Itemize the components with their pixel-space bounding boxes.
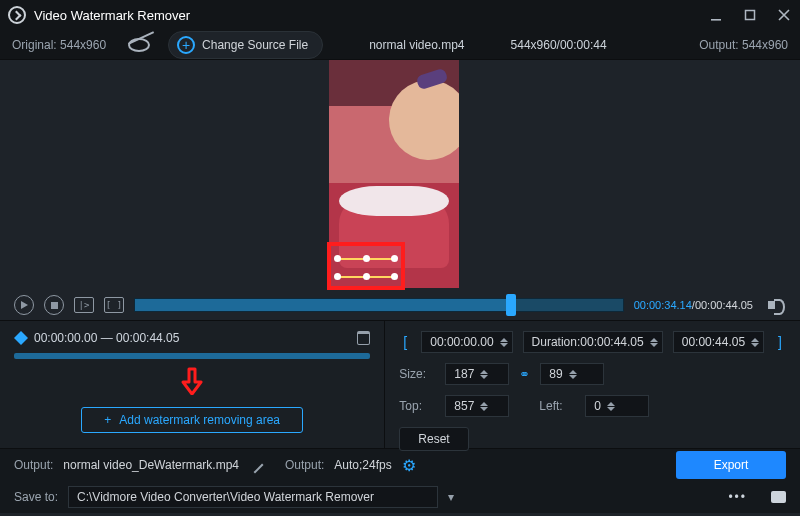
- watermark-clip-row[interactable]: 00:00:00.00 — 00:00:44.05: [14, 331, 370, 345]
- output-resolution: Output: 544x960: [699, 38, 788, 52]
- app-logo-icon: [8, 6, 26, 24]
- step-forward-button[interactable]: |>: [74, 297, 94, 313]
- duration-end-field[interactable]: 00:00:44.05: [673, 331, 764, 353]
- clip-bar[interactable]: [14, 353, 370, 359]
- output-format-value: Auto;24fps: [334, 458, 391, 472]
- source-resolution-time: 544x960/00:00:44: [511, 38, 607, 52]
- duration-field[interactable]: Duration:00:00:44.05: [523, 331, 663, 353]
- crop-button[interactable]: [ ]: [104, 297, 124, 313]
- left-label: Left:: [539, 399, 575, 413]
- close-button[interactable]: [776, 7, 792, 23]
- add-watermark-label: Add watermark removing area: [119, 413, 280, 427]
- svg-rect-2: [51, 302, 58, 309]
- watermark-icon: [14, 331, 28, 345]
- change-source-button[interactable]: + Change Source File: [168, 31, 323, 59]
- timeline-track[interactable]: [134, 298, 624, 312]
- delete-clip-button[interactable]: [357, 331, 370, 345]
- more-options-button[interactable]: •••: [728, 490, 747, 504]
- size-label: Size:: [399, 367, 435, 381]
- minimize-button[interactable]: [708, 7, 724, 23]
- save-path-dropdown-icon[interactable]: ▾: [448, 490, 454, 504]
- guide-arrow-icon: [179, 367, 205, 395]
- original-label: Original: 544x960: [12, 38, 106, 52]
- top-label: Top:: [399, 399, 435, 413]
- size-height-field[interactable]: 89: [540, 363, 604, 385]
- watermark-properties-panel: [ 00:00:00.00 Duration:00:00:44.05 00:00…: [385, 320, 800, 448]
- preview-toggle-icon[interactable]: [128, 38, 150, 52]
- save-to-label: Save to:: [14, 490, 58, 504]
- maximize-button[interactable]: [742, 7, 758, 23]
- svg-rect-0: [711, 19, 721, 21]
- add-watermark-area-button[interactable]: + Add watermark removing area: [81, 407, 303, 433]
- stop-button[interactable]: [44, 295, 64, 315]
- save-path-field[interactable]: C:\Vidmore Video Converter\Video Waterma…: [68, 486, 438, 508]
- source-filename: normal video.mp4: [369, 38, 464, 52]
- play-button[interactable]: [14, 295, 34, 315]
- window-title: Video Watermark Remover: [34, 8, 190, 23]
- edit-output-name-icon[interactable]: [246, 457, 263, 474]
- clip-range: 00:00:00.00 — 00:00:44.05: [34, 331, 179, 345]
- open-folder-icon[interactable]: [771, 491, 786, 503]
- settings-gear-icon[interactable]: ⚙: [402, 456, 416, 475]
- playback-controls: |> [ ] 00:00:34.14/00:00:44.05: [0, 290, 800, 320]
- left-field[interactable]: 0: [585, 395, 649, 417]
- output-format-label: Output:: [285, 458, 324, 472]
- output-file-label: Output:: [14, 458, 53, 472]
- duration-start-field[interactable]: 00:00:00.00: [421, 331, 512, 353]
- bottom-bar: Output: normal video_DeWatermark.mp4 Out…: [0, 448, 800, 513]
- watermark-areas-panel: 00:00:00.00 — 00:00:44.05 + Add watermar…: [0, 320, 385, 448]
- volume-icon[interactable]: [768, 297, 786, 313]
- link-aspect-icon[interactable]: ⚭: [519, 367, 530, 382]
- top-field[interactable]: 857: [445, 395, 509, 417]
- timeline-knob[interactable]: [506, 294, 516, 316]
- size-width-field[interactable]: 187: [445, 363, 509, 385]
- selection-annotation[interactable]: [327, 242, 405, 290]
- output-file-name: normal video_DeWatermark.mp4: [63, 458, 239, 472]
- export-button[interactable]: Export: [676, 451, 786, 479]
- change-source-label: Change Source File: [202, 38, 308, 52]
- svg-rect-1: [746, 11, 755, 20]
- source-bar: Original: 544x960 + Change Source File n…: [0, 30, 800, 60]
- plus-icon: +: [104, 413, 111, 427]
- trim-start-bracket[interactable]: [: [399, 334, 411, 350]
- trim-end-bracket[interactable]: ]: [774, 334, 786, 350]
- plus-circle-icon: +: [177, 36, 195, 54]
- reset-button[interactable]: Reset: [399, 427, 468, 451]
- timecode: 00:00:34.14/00:00:44.05: [634, 299, 753, 311]
- titlebar: Video Watermark Remover: [0, 0, 800, 30]
